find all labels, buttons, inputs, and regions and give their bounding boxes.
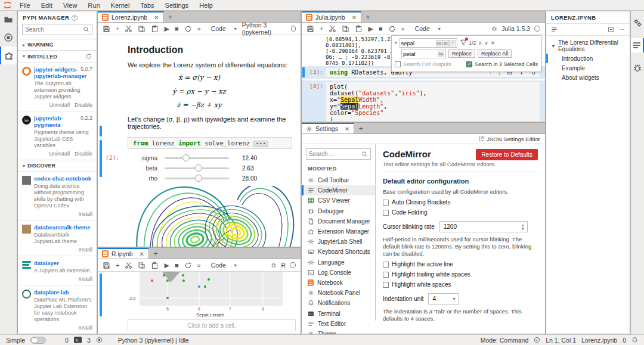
settings-item-keyboard-shortcuts[interactable]: Keyboard Shortcuts [302, 247, 375, 257]
run-icon[interactable]: ▶ [164, 262, 169, 269]
settings-item-terminal[interactable]: Terminal [302, 308, 375, 318]
settings-search[interactable] [306, 148, 371, 160]
extension-name-link[interactable]: jupyterlab-pygments [34, 115, 63, 128]
install-button[interactable]: Install [78, 325, 92, 331]
debugger-icon[interactable] [271, 262, 277, 268]
new-tab-button[interactable]: + [164, 11, 177, 22]
highlight-trailing-checkbox[interactable] [383, 272, 389, 278]
code-cell-editor[interactable]: plot( dataset("datasets","iris"), x="Sep… [326, 82, 540, 121]
menu-kernel[interactable]: Kernel [106, 2, 135, 9]
install-button[interactable]: Install [78, 247, 92, 253]
settings-search-input[interactable] [309, 151, 361, 157]
kernel-status-icon[interactable] [534, 26, 540, 32]
settings-item-document-manager[interactable]: Document Manager [302, 216, 375, 226]
previous-match-icon[interactable]: ∧ [478, 40, 482, 46]
code-cell-editor[interactable]: from lorenz import solve_lorenz••• [128, 137, 292, 149]
restart-icon[interactable] [184, 262, 192, 269]
stop-icon[interactable]: ■ [379, 25, 383, 32]
toc-tab[interactable] [631, 38, 644, 52]
expand-replace-icon[interactable]: ▾ [395, 41, 397, 45]
spinner-icon[interactable]: ▲▼ [519, 223, 527, 231]
run-icon[interactable]: ▶ [368, 25, 373, 33]
cell-type-dropdown[interactable]: Code▾ [211, 262, 237, 269]
settings-item-notebook[interactable]: Notebook [302, 278, 375, 288]
extension-name-link[interactable]: datalayer [34, 260, 59, 266]
replace-field[interactable]: Aa [401, 49, 446, 58]
indentation-unit-select[interactable]: 4▾ [428, 293, 459, 304]
disable-button[interactable]: Disable [75, 102, 92, 108]
search-selected-checkbox[interactable] [466, 61, 472, 67]
tab-julia-ipynb[interactable]: Julia.ipynb✕ [302, 11, 361, 22]
settings-item-notebook-panel[interactable]: Notebook Panel [302, 288, 375, 298]
next-match-icon[interactable]: ∨ [485, 40, 488, 46]
more-options-icon[interactable]: ⋯ [619, 26, 625, 33]
settings-item-extension-manager[interactable]: Extension Manager [302, 226, 375, 237]
uninstall-button[interactable]: Uninstall [49, 151, 70, 157]
cut-icon[interactable] [329, 25, 336, 33]
menu-tabs[interactable]: Tabs [135, 2, 159, 9]
paste-icon[interactable] [151, 262, 159, 269]
debugger-tab[interactable] [631, 61, 644, 75]
cut-icon[interactable] [125, 262, 132, 269]
help-icon[interactable]: ? [72, 15, 78, 21]
tab-lorenz-ipynb[interactable]: Lorenz.ipynb✕ [98, 11, 164, 22]
cell-type-dropdown[interactable]: Code▾ [415, 25, 441, 32]
tab-r-ipynb[interactable]: R.ipynb✕ [98, 248, 149, 259]
menu-view[interactable]: View [58, 2, 83, 9]
cell-type-dropdown[interactable]: Code▾ [211, 25, 237, 32]
installed-section-header[interactable]: ▾INSTALLED [18, 50, 97, 62]
stop-icon[interactable]: ■ [175, 25, 179, 32]
install-button[interactable]: Install [78, 276, 92, 282]
cell-collapser[interactable] [100, 273, 102, 316]
search-field[interactable]: Aa ab .* [400, 38, 457, 48]
new-tab-button[interactable]: + [149, 248, 162, 259]
extension-name-link[interactable]: databeanstalk-theme [34, 224, 91, 231]
warning-section-header[interactable]: ▸WARNING [18, 39, 97, 50]
collapse-all-icon[interactable] [608, 26, 614, 33]
filter-icon[interactable] [460, 39, 467, 47]
restart-run-all-icon[interactable]: » [197, 262, 201, 269]
slider-handle[interactable] [195, 164, 202, 172]
insert-cell-icon[interactable]: + [116, 262, 119, 269]
toc-item-introduction[interactable]: Introduction [546, 54, 630, 63]
run-icon[interactable]: ▶ [164, 25, 169, 33]
stop-icon[interactable]: ■ [175, 262, 179, 269]
auto-closing-brackets-checkbox[interactable] [383, 200, 389, 206]
kernel-status-icon[interactable] [290, 262, 296, 268]
slider-handle[interactable] [182, 154, 190, 161]
settings-item-debugger[interactable]: Debugger [302, 206, 375, 216]
paste-icon[interactable] [355, 25, 363, 33]
paste-icon[interactable] [151, 25, 159, 33]
cell-collapser[interactable] [100, 126, 102, 136]
settings-item-csv-viewer[interactable]: CSV Viewer [302, 195, 375, 206]
save-icon[interactable] [306, 25, 314, 33]
toc-list-icon[interactable] [551, 26, 558, 33]
highlight-whitespace-checkbox[interactable] [383, 282, 389, 288]
toc-item-about-widgets[interactable]: About widgets [546, 73, 630, 82]
insert-cell-icon[interactable]: + [320, 25, 323, 32]
add-cell-placeholder[interactable]: Click to add a cell. [128, 319, 296, 331]
settings-item-codemirror[interactable]: CodeMirror [302, 185, 375, 195]
kernel-status-text[interactable]: Python 3 (ipykernel) | Idle [118, 337, 189, 344]
extension-name-link[interactable]: dataplate-lab [34, 289, 69, 296]
sigma-slider[interactable] [165, 157, 229, 159]
restart-run-all-icon[interactable]: » [197, 25, 201, 32]
caret-down-icon[interactable]: ▼ [551, 43, 556, 49]
close-tab-icon[interactable]: ✕ [345, 126, 349, 132]
install-button[interactable]: Install [78, 211, 92, 217]
menu-run[interactable]: Run [82, 2, 105, 9]
slider-handle[interactable] [195, 175, 202, 182]
replace-button[interactable]: Replace [448, 49, 475, 58]
copy-icon[interactable] [138, 25, 145, 33]
kernel-name[interactable]: Python 3 (ipykernel) [242, 21, 287, 36]
new-tab-button[interactable]: + [361, 11, 374, 22]
extension-name-link[interactable]: jupyter-widgets-jupyterlab-manager [34, 66, 86, 79]
file-browser-tab[interactable] [0, 11, 17, 29]
debugger-icon[interactable] [491, 26, 497, 32]
menu-settings[interactable]: Settings [160, 2, 194, 9]
close-tab-icon[interactable]: ✕ [154, 14, 159, 21]
cursor-rate-value[interactable] [440, 223, 519, 230]
refresh-icon[interactable] [85, 53, 92, 60]
cursor-rate-input[interactable]: ▲▼ [439, 221, 528, 232]
discover-section-header[interactable]: ▾DISCOVER [18, 160, 97, 171]
